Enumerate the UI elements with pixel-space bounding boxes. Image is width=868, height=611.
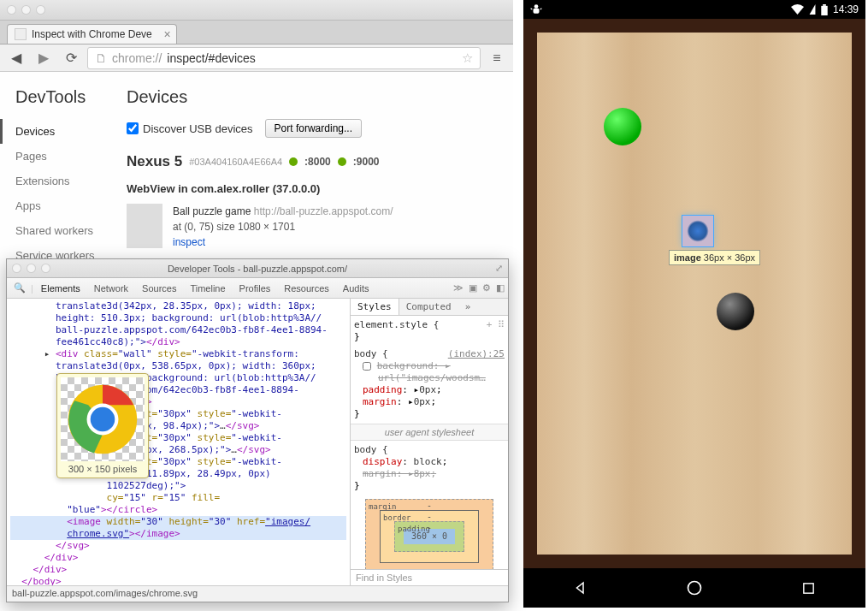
discover-usb-checkbox[interactable]: Discover USB devices — [127, 122, 253, 135]
svg-rect-4 — [534, 9, 540, 14]
window-titlebar — [0, 0, 513, 21]
page-icon: 🗋 — [95, 51, 107, 65]
target-url: http://ball-puzzle.appspot.com/ — [254, 205, 393, 217]
sidebar-item-devices[interactable]: Devices — [0, 119, 111, 144]
devtools-title: Developer Tools - ball-puzzle.appspot.co… — [168, 264, 347, 274]
zoom-dot[interactable] — [36, 5, 45, 15]
signal-icon — [809, 4, 816, 15]
android-device: 14:39 image 36px × 36px — [523, 0, 865, 608]
svg-line-6 — [540, 9, 542, 9]
settings-gear-icon[interactable]: ⚙ — [482, 282, 491, 294]
forward-button[interactable]: ▶ — [32, 47, 55, 69]
android-navbar — [523, 568, 865, 608]
port-forwarding-button[interactable]: Port forwarding... — [265, 119, 362, 138]
tab-resources[interactable]: Resources — [278, 280, 335, 297]
image-preview-tooltip: 300 × 150 pixels — [56, 373, 149, 478]
device-hash: #03A404160A4E66A4 — [189, 157, 282, 167]
black-ball[interactable] — [717, 293, 754, 330]
green-ball[interactable] — [604, 108, 641, 145]
wood-background: image 36px × 36px — [537, 33, 852, 555]
target-info: Ball puzzle game http://ball-puzzle.apps… — [173, 204, 393, 250]
webview-line: WebView in com.alex.roller (37.0.0.0) — [127, 182, 503, 195]
battery-icon — [821, 4, 828, 15]
sidebar-item-extensions[interactable]: Extensions — [0, 169, 111, 193]
page-title: Devices — [127, 87, 503, 107]
zoom-dot[interactable] — [41, 264, 50, 273]
resize-icon[interactable]: ⤢ — [495, 263, 503, 274]
svg-rect-8 — [823, 4, 826, 6]
sidebar-item-apps[interactable]: Apps — [0, 193, 111, 218]
port-8000: :8000 — [304, 156, 331, 168]
tab-sources[interactable]: Sources — [136, 280, 182, 297]
back-button[interactable]: ◀ — [5, 47, 27, 69]
tab-close-icon[interactable]: × — [164, 27, 171, 41]
clock: 14:39 — [833, 3, 859, 15]
close-dot[interactable] — [7, 5, 16, 15]
android-debug-icon — [530, 3, 542, 15]
selected-image-highlight[interactable] — [682, 216, 713, 246]
tab-network[interactable]: Network — [88, 280, 134, 297]
svg-line-5 — [531, 9, 533, 9]
styles-tabs: Styles Computed » — [351, 299, 508, 316]
element-tooltip: image 36px × 36px — [669, 250, 760, 265]
game-viewport[interactable]: image 36px × 36px — [523, 19, 865, 568]
styles-panel: Styles Computed » element.style { + ⠿ } … — [350, 299, 508, 585]
tooltip-dims: 36px × 36px — [704, 252, 755, 263]
svg-rect-10 — [804, 583, 813, 592]
drawer-icon[interactable]: ▣ — [469, 282, 477, 294]
computed-tab[interactable]: Computed — [399, 299, 458, 315]
android-statusbar: 14:39 — [523, 0, 865, 19]
minimize-dot[interactable] — [21, 5, 31, 15]
dock-icon[interactable]: ◧ — [496, 282, 505, 294]
port-status-dot — [289, 157, 298, 166]
styles-more-icon[interactable]: » — [458, 299, 478, 315]
console-toggle-icon[interactable]: ≫ — [453, 282, 464, 294]
minimize-dot[interactable] — [27, 264, 36, 273]
ua-stylesheet-label: user agent stylesheet — [351, 424, 508, 441]
svg-point-3 — [534, 4, 539, 9]
tooltip-tag: image — [674, 252, 701, 263]
svg-point-9 — [688, 582, 700, 595]
discover-usb-input[interactable] — [127, 122, 139, 134]
sidebar-item-pages[interactable]: Pages — [0, 144, 111, 169]
address-bar: ◀ ▶ ⟳ 🗋 chrome://inspect/#devices ☆ ≡ — [0, 44, 513, 72]
find-in-styles[interactable]: Find in Styles — [351, 569, 508, 585]
devtools-statusbar: ball-puzzle.appspot.com/images/chrome.sv… — [7, 585, 508, 602]
devtools-titlebar: Developer Tools - ball-puzzle.appspot.co… — [7, 259, 508, 278]
tab-audits[interactable]: Audits — [337, 280, 375, 297]
tab-profiles[interactable]: Profiles — [233, 280, 277, 297]
sidebar-item-shared-workers[interactable]: Shared workers — [0, 218, 111, 243]
wifi-icon — [791, 4, 804, 15]
close-dot[interactable] — [12, 264, 21, 273]
tab-favicon — [15, 28, 27, 40]
search-icon[interactable]: 🔍 — [10, 282, 29, 294]
home-icon[interactable] — [684, 578, 705, 598]
tab-elements[interactable]: Elements — [35, 280, 86, 297]
menu-icon[interactable]: ≡ — [486, 47, 508, 69]
inspect-link[interactable]: inspect — [173, 236, 205, 248]
tab-strip: Inspect with Chrome Deve × — [0, 21, 513, 44]
box-model: margin- border- padding- 360 × 0 — [365, 499, 493, 569]
url-scheme: chrome:// — [112, 51, 162, 65]
reload-button[interactable]: ⟳ — [60, 47, 82, 69]
traffic-lights — [7, 5, 45, 15]
devtools-toolbar: 🔍 | Elements Network Sources Timeline Pr… — [7, 278, 508, 299]
recents-icon[interactable] — [798, 578, 818, 598]
styles-tab[interactable]: Styles — [351, 299, 399, 315]
tab-title: Inspect with Chrome Deve — [32, 28, 152, 40]
tab-timeline[interactable]: Timeline — [184, 280, 231, 297]
device-name: Nexus 5 — [127, 153, 182, 170]
discover-row: Discover USB devices Port forwarding... — [127, 119, 503, 138]
inspect-target: Ball puzzle game http://ball-puzzle.apps… — [127, 204, 503, 250]
browser-tab[interactable]: Inspect with Chrome Deve × — [7, 24, 177, 44]
sidebar-title: DevTools — [15, 87, 111, 107]
discover-usb-label: Discover USB devices — [143, 122, 253, 135]
chrome-logo-preview — [61, 377, 145, 461]
styles-body[interactable]: element.style { + ⠿ } body {(index):25 b… — [351, 316, 508, 569]
bookmark-star-icon[interactable]: ☆ — [462, 50, 473, 66]
back-icon[interactable] — [570, 578, 591, 598]
device-heading: Nexus 5 #03A404160A4E66A4 :8000 :9000 — [127, 153, 503, 170]
target-thumbnail — [127, 204, 162, 248]
omnibox[interactable]: 🗋 chrome://inspect/#devices ☆ — [87, 47, 481, 69]
svg-rect-7 — [821, 5, 827, 15]
